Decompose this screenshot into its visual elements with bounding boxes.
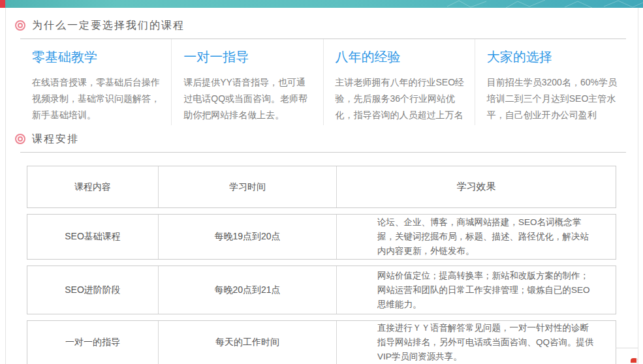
study-time-cell: 每天的工作时间 bbox=[158, 321, 336, 364]
feature-description: 在线语音授课，零基础后台操作视频录制，基础常识问题解答，新手基础培训。 bbox=[32, 74, 162, 123]
study-effect-cell: 直接进行ＹＹ语音解答常见问题，一对一针对性的诊断指导网站排名，另外可电话或当面咨… bbox=[336, 321, 616, 364]
study-effect-text: 直接进行ＹＹ语音解答常见问题，一对一针对性的诊断指导网站排名，另外可电话或当面咨… bbox=[377, 321, 596, 364]
floating-service-widget-fragment[interactable] bbox=[631, 358, 638, 364]
feature-card-one-on-one: 一对一指导 课后提供YY语音指导，也可通过电话QQ或当面咨询。老师帮助你把网站排… bbox=[171, 39, 322, 125]
study-effect-text: 网站价值定位；提高转换率；新站和改版方案的制作；网站运营和团队的日常工作安排管理… bbox=[377, 269, 596, 312]
study-effect-cell: 论坛、企业、博客，商城网站搭建，SEO名词概念掌握，关键词挖掘布局，标题、描述、… bbox=[336, 215, 616, 259]
study-effect-cell: 网站价值定位；提高转换率；新站和改版方案的制作；网站运营和团队的日常工作安排管理… bbox=[336, 266, 616, 314]
feature-title: 八年的经验 bbox=[336, 48, 465, 66]
study-time-cell: 每晚20点到21点 bbox=[158, 266, 336, 314]
feature-title: 大家的选择 bbox=[487, 48, 617, 66]
feature-card-experience: 八年的经验 主讲老师拥有八年的行业SEO经验，先后服务36个行业网站优化，指导咨… bbox=[323, 39, 475, 125]
section-header-why: 为什么一定要选择我们的课程 bbox=[6, 18, 638, 33]
course-content-cell: SEO进阶阶段 bbox=[27, 266, 158, 314]
top-bar bbox=[0, 0, 643, 8]
column-header-course-content: 课程内容 bbox=[27, 166, 158, 207]
course-content-cell: SEO基础课程 bbox=[27, 215, 158, 259]
ring-bullet-icon bbox=[15, 134, 25, 144]
feature-description: 主讲老师拥有八年的行业SEO经验，先后服务36个行业网站优化，指导咨询的人员超过… bbox=[336, 74, 465, 123]
table-header-row: 课程内容 学习时间 学习效果 bbox=[27, 166, 616, 208]
column-header-study-time: 学习时间 bbox=[158, 166, 336, 207]
study-time-cell: 每晚19点到20点 bbox=[158, 215, 336, 259]
column-header-study-effect: 学习效果 bbox=[336, 166, 616, 207]
course-content-cell: 一对一的指导 bbox=[27, 321, 158, 364]
feature-card-zero-basis: 零基础教学 在线语音授课，零基础后台操作视频录制，基础常识问题解答，新手基础培训… bbox=[20, 39, 171, 125]
feature-description: 课后提供YY语音指导，也可通过电话QQ或当面咨询。老师帮助你把网站排名做上去。 bbox=[183, 74, 313, 123]
widget-corner-line bbox=[616, 348, 638, 348]
feature-card-popular-choice: 大家的选择 目前招生学员3200名，60%学员培训二到三个月达到SEO主管水平，… bbox=[475, 39, 626, 125]
section-header-schedule: 课程安排 bbox=[6, 132, 638, 146]
ring-bullet-icon bbox=[15, 20, 25, 31]
section-divider bbox=[20, 152, 626, 153]
course-schedule-table: 课程内容 学习时间 学习效果 SEO基础课程 每晚19点到20点 论坛、企业、博… bbox=[27, 166, 616, 364]
table-row-seo-advanced: SEO进阶阶段 每晚20点到21点 网站价值定位；提高转换率；新站和改版方案的制… bbox=[27, 265, 616, 314]
table-row-one-on-one: 一对一的指导 每天的工作时间 直接进行ＹＹ语音解答常见问题，一对一针对性的诊断指… bbox=[27, 320, 616, 364]
feature-title: 零基础教学 bbox=[32, 48, 162, 66]
top-bar-red-accent bbox=[0, 0, 5, 8]
content-panel: 为什么一定要选择我们的课程 零基础教学 在线语音授课，零基础后台操作视频录制，基… bbox=[5, 8, 638, 364]
study-effect-text: 论坛、企业、博客，商城网站搭建，SEO名词概念掌握，关键词挖掘布局，标题、描述、… bbox=[377, 215, 596, 258]
section-title-why: 为什么一定要选择我们的课程 bbox=[32, 19, 185, 33]
feature-description: 目前招生学员3200名，60%学员培训二到三个月达到SEO主管水平，自己创业开办… bbox=[487, 74, 617, 123]
top-bar-polygon-pattern bbox=[447, 0, 643, 8]
feature-title: 一对一指导 bbox=[183, 48, 313, 66]
table-row-seo-basic: SEO基础课程 每晚19点到20点 论坛、企业、博客，商城网站搭建，SEO名词概… bbox=[27, 214, 616, 260]
features-row: 零基础教学 在线语音授课，零基础后台操作视频录制，基础常识问题解答，新手基础培训… bbox=[20, 39, 626, 125]
section-title-schedule: 课程安排 bbox=[32, 132, 79, 146]
